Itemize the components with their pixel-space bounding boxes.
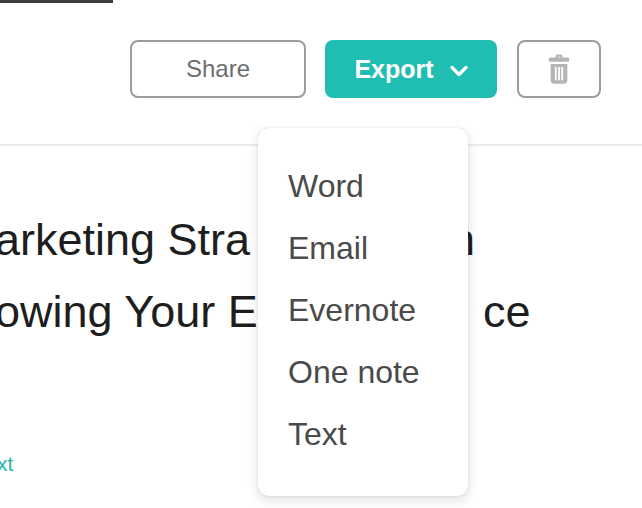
share-button-label: Share xyxy=(186,55,250,83)
document-title-line2-fragment: ce xyxy=(483,286,531,338)
export-dropdown-menu: Word Email Evernote One note Text xyxy=(258,128,468,496)
share-button[interactable]: Share xyxy=(130,40,306,98)
trash-icon xyxy=(544,53,574,85)
export-menu-item-email[interactable]: Email xyxy=(258,217,468,279)
export-menu-item-onenote[interactable]: One note xyxy=(258,341,468,403)
export-button[interactable]: Export xyxy=(325,40,497,98)
export-menu-item-evernote[interactable]: Evernote xyxy=(258,279,468,341)
delete-button[interactable] xyxy=(517,40,601,98)
top-edge-line xyxy=(0,0,113,3)
export-button-label: Export xyxy=(354,55,433,84)
chevron-down-icon xyxy=(450,65,468,77)
document-title-line1: arketing Stra xyxy=(0,214,250,266)
text-link-fragment[interactable]: xt xyxy=(0,452,13,476)
export-menu-item-text[interactable]: Text xyxy=(258,403,468,465)
document-title-line2: owing Your E xyxy=(0,286,258,338)
export-menu-item-word[interactable]: Word xyxy=(258,155,468,217)
